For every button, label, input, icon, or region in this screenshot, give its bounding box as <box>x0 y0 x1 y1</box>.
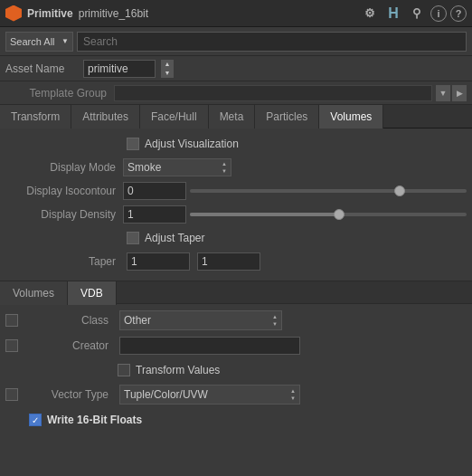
write-checkbox[interactable]: ✓ <box>29 414 42 426</box>
display-mode-value: Smoke <box>127 161 222 174</box>
display-mode-down: ▼ <box>222 167 227 175</box>
template-group-arrow-icon[interactable]: ▶ <box>452 85 467 101</box>
display-density-control <box>123 205 467 224</box>
adjust-viz-row: Adjust Visualization <box>0 132 472 156</box>
template-group-dropdown-icon[interactable]: ▼ <box>436 85 450 101</box>
display-isocontour-input[interactable] <box>123 182 186 200</box>
display-mode-dropdown[interactable]: Smoke ▲ ▼ <box>123 158 231 176</box>
display-isocontour-label: Display Isocontour <box>5 185 123 197</box>
density-slider-thumb[interactable] <box>334 209 345 220</box>
vector-type-dropdown[interactable]: Tuple/Color/UVW ▲ ▼ <box>119 385 300 405</box>
creator-input[interactable] <box>119 337 300 355</box>
write-checkmark: ✓ <box>32 415 39 425</box>
adjust-taper-label: Adjust Taper <box>145 232 205 244</box>
vector-type-value: Tuple/Color/UVW <box>124 388 290 401</box>
title-label: Primitive <box>27 7 73 20</box>
class-dropdown-arrows: ▲ ▼ <box>272 313 278 328</box>
display-isocontour-control <box>123 182 467 200</box>
asset-name-up[interactable]: ▲ <box>161 60 174 69</box>
tab-particles[interactable]: Particles <box>255 105 319 129</box>
template-group-icons: ▼ ▶ <box>436 85 467 101</box>
class-up: ▲ <box>272 313 278 320</box>
adjust-taper-row: Adjust Taper <box>0 226 472 250</box>
density-slider-track[interactable] <box>190 213 467 216</box>
search-type-label: Search All <box>10 36 55 47</box>
display-density-input[interactable] <box>123 205 186 224</box>
isocontour-slider-track[interactable] <box>190 189 467 193</box>
write-row: ✓ Write 16-Bit Floats <box>0 407 472 433</box>
template-group-field[interactable] <box>114 85 432 101</box>
write-label: Write 16-Bit Floats <box>47 414 142 426</box>
info-icon[interactable]: i <box>430 5 447 22</box>
taper-label: Taper <box>5 255 123 268</box>
sub-tab-vdb[interactable]: VDB <box>68 281 117 305</box>
display-density-label: Display Density <box>5 208 123 221</box>
template-group-label: Template Group <box>5 87 114 100</box>
taper-input2[interactable] <box>197 252 260 271</box>
vector-up: ▲ <box>290 387 296 395</box>
tab-facehull[interactable]: Face/Hull <box>140 105 209 129</box>
question-icon[interactable]: ? <box>450 5 467 22</box>
vector-type-label: Vector Type <box>24 388 114 401</box>
asset-name-input[interactable] <box>83 60 156 78</box>
template-group-row: Template Group ▼ ▶ <box>0 81 472 105</box>
tabs-row: Transform Attributes Face/Hull Meta Part… <box>0 105 472 129</box>
adjust-viz-label: Adjust Visualization <box>145 138 239 150</box>
creator-label: Creator <box>24 339 114 352</box>
taper-input1[interactable] <box>127 252 190 271</box>
class-row: Class Other ▲ ▼ <box>0 308 472 333</box>
vector-type-checkbox[interactable] <box>5 388 18 401</box>
asset-name-down[interactable]: ▼ <box>161 69 174 78</box>
volumes-content: Adjust Visualization Display Mode Smoke … <box>0 129 472 277</box>
search-zoom-icon[interactable]: ⚲ <box>407 4 427 24</box>
tab-volumes[interactable]: Volumes <box>319 105 383 129</box>
class-value: Other <box>124 314 272 327</box>
creator-row: Creator <box>0 333 472 358</box>
class-dropdown[interactable]: Other ▲ ▼ <box>119 310 282 330</box>
search-input[interactable] <box>77 32 467 52</box>
gear-icon[interactable]: ⚙ <box>360 4 380 24</box>
display-density-row: Display Density <box>0 203 472 226</box>
adjust-viz-checkbox[interactable] <box>127 138 139 150</box>
asset-name-label: Asset Name <box>5 62 78 75</box>
density-slider-fill <box>190 213 342 216</box>
class-label: Class <box>24 314 114 327</box>
asset-name-stepper[interactable]: ▲ ▼ <box>161 60 174 78</box>
h-icon[interactable]: H <box>383 4 403 24</box>
vector-type-row: Vector Type Tuple/Color/UVW ▲ ▼ <box>0 382 472 407</box>
asset-name-row: Asset Name ▲ ▼ <box>0 56 472 81</box>
search-bar: Search All ▼ <box>0 27 472 56</box>
sub-tabs-row: Volumes VDB <box>0 281 472 304</box>
display-mode-label: Display Mode <box>5 161 123 174</box>
display-isocontour-row: Display Isocontour <box>0 179 472 203</box>
display-mode-up: ▲ <box>222 160 227 167</box>
creator-checkbox[interactable] <box>5 339 18 352</box>
adjust-taper-checkbox[interactable] <box>127 232 139 244</box>
search-type-dropdown[interactable]: Search All ▼ <box>5 32 73 52</box>
class-checkbox[interactable] <box>5 314 18 327</box>
primitive-icon <box>5 5 22 22</box>
taper-row: Taper <box>0 250 472 273</box>
tab-meta[interactable]: Meta <box>209 105 256 129</box>
title-name: primitive_16bit <box>79 7 148 20</box>
display-mode-row: Display Mode Smoke ▲ ▼ <box>0 156 472 179</box>
vector-type-arrows: ▲ ▼ <box>290 387 296 402</box>
title-bar: Primitive primitive_16bit ⚙ H ⚲ i ? <box>0 0 472 27</box>
transform-checkbox[interactable] <box>118 364 130 376</box>
title-bar-icons: ⚙ H ⚲ i ? <box>360 4 467 24</box>
search-dropdown-arrow: ▼ <box>61 37 69 45</box>
isocontour-slider-thumb[interactable] <box>394 186 405 196</box>
vdb-content: Class Other ▲ ▼ Creator Transform Values… <box>0 304 472 436</box>
tab-attributes[interactable]: Attributes <box>71 105 140 129</box>
transform-values-row: Transform Values <box>0 358 472 382</box>
sub-tab-volumes[interactable]: Volumes <box>0 281 68 305</box>
class-down: ▼ <box>272 320 278 328</box>
transform-values-label: Transform Values <box>136 364 220 376</box>
tab-extra <box>463 105 472 128</box>
tab-transform[interactable]: Transform <box>0 105 71 129</box>
vector-down: ▼ <box>290 395 296 402</box>
display-mode-arrows: ▲ ▼ <box>222 160 227 175</box>
